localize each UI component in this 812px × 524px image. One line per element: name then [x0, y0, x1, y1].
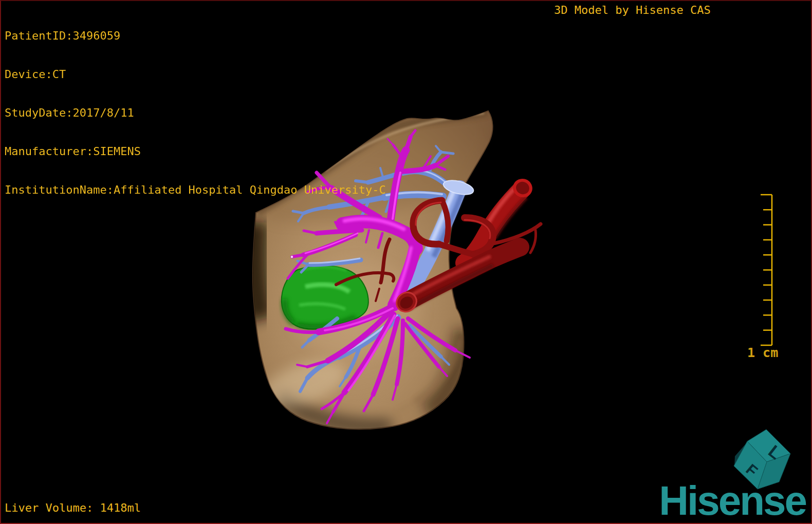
patient-id-text: PatientID:3496059	[5, 29, 386, 42]
scale-bar: 1 cm	[731, 185, 798, 362]
scale-bar-ruler	[761, 195, 772, 345]
scale-bar-label: 1 cm	[747, 345, 778, 360]
viewer-3d[interactable]: PatientID:3496059 Device:CT StudyDate:20…	[0, 0, 812, 524]
manufacturer-text: Manufacturer:SIEMENS	[5, 145, 386, 158]
liver-volume-text: Liver Volume: 1418ml	[5, 501, 141, 514]
watermark-text: 3D Model by Hisense CAS	[554, 4, 711, 16]
hisense-logo: Hisense	[659, 483, 806, 519]
institution-text: InstitutionName:Affiliated Hospital Qing…	[5, 183, 386, 196]
patient-info-overlay: PatientID:3496059 Device:CT StudyDate:20…	[5, 4, 386, 222]
device-text: Device:CT	[5, 68, 386, 81]
study-date-text: StudyDate:2017/8/11	[5, 106, 386, 119]
